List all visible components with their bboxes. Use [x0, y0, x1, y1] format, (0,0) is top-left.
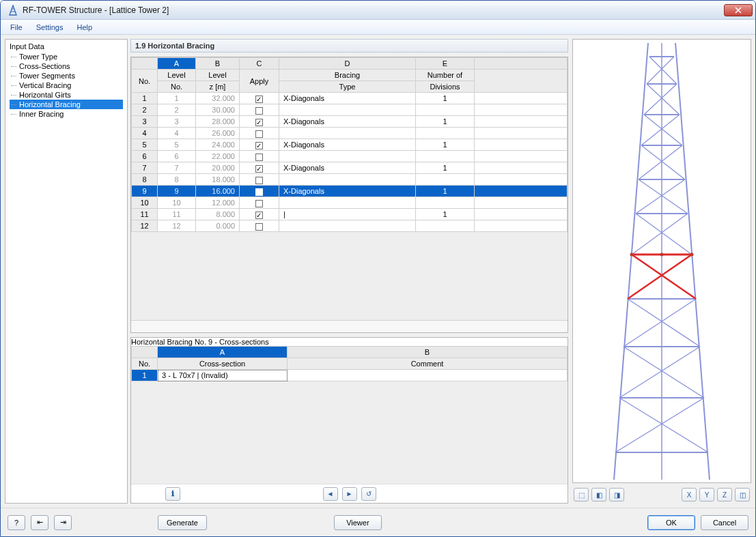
apply-checkbox[interactable]: [255, 212, 263, 219]
col-letter-a[interactable]: A: [158, 58, 196, 70]
body: Input Data Tower TypeCross-SectionsTower…: [1, 35, 755, 508]
col-no[interactable]: No.: [132, 70, 158, 93]
viewer-button[interactable]: Viewer: [334, 515, 382, 530]
title-bar[interactable]: RF-TOWER Structure - [Lattice Tower 2]: [1, 1, 755, 20]
nav-tree: Tower TypeCross-SectionsTower SegmentsVe…: [10, 52, 123, 119]
ok-button[interactable]: OK: [647, 515, 695, 530]
col-letter-b[interactable]: B: [196, 58, 240, 70]
grid-row[interactable]: 9916.000X-Diagonals1: [132, 186, 568, 197]
cancel-button[interactable]: Cancel: [701, 515, 748, 530]
view-y[interactable]: Y: [699, 488, 714, 502]
sub-nav: ℹ ◄ ► ↺: [131, 484, 568, 503]
tree-item-1[interactable]: Cross-Sections: [10, 61, 123, 71]
apply-checkbox[interactable]: [255, 177, 263, 184]
import-button[interactable]: ⇤: [31, 515, 48, 530]
close-icon: [735, 7, 742, 14]
grid-row[interactable]: 3328.000X-Diagonals1: [132, 116, 568, 128]
view-tool-1[interactable]: ⬚: [574, 488, 589, 502]
info-button[interactable]: ℹ: [165, 487, 180, 501]
col-letter-c[interactable]: C: [240, 58, 279, 70]
grid-filler: [131, 232, 568, 320]
menu-bar: File Settings Help: [1, 20, 755, 35]
tree-item-0[interactable]: Tower Type: [10, 52, 123, 61]
window-title: RF-TOWER Structure - [Lattice Tower 2]: [23, 5, 724, 15]
tree-item-2[interactable]: Tower Segments: [10, 71, 123, 81]
cross-section-table[interactable]: A B No. Cross-section Comment 1: [131, 346, 568, 381]
view-z[interactable]: Z: [717, 488, 732, 502]
grid-row[interactable]: 6622.000: [132, 151, 568, 162]
tree-item-4[interactable]: Horizontal Girts: [10, 90, 123, 100]
grid-row[interactable]: 4426.000: [132, 128, 568, 139]
menu-file[interactable]: File: [6, 22, 27, 33]
grid-row[interactable]: 2230.000: [132, 104, 568, 116]
grid-row[interactable]: 12120.000: [132, 220, 568, 232]
apply-checkbox[interactable]: [255, 119, 263, 126]
svg-point-2: [660, 252, 664, 256]
tree-item-3[interactable]: Vertical Bracing: [10, 81, 123, 90]
view-tool-3[interactable]: ◨: [609, 488, 624, 502]
view-x[interactable]: X: [682, 488, 697, 502]
cross-sections-panel: Horizontal Bracing No. 9 - Cross-section…: [130, 337, 568, 504]
cs-row[interactable]: 1 3 - L 70x7 | (Invalid): [132, 370, 568, 381]
generate-button[interactable]: Generate: [158, 515, 207, 530]
sub-title: Horizontal Bracing No. 9 - Cross-section…: [131, 338, 568, 346]
sidebar-header: Input Data: [10, 42, 123, 50]
col-letter-e[interactable]: E: [416, 58, 475, 70]
panel-title: 1.9 Horizontal Bracing: [130, 39, 568, 53]
main-grid[interactable]: A B C D E No. Level Level: [130, 57, 568, 333]
col-letter-d[interactable]: D: [279, 58, 416, 70]
prev-button[interactable]: ◄: [323, 487, 338, 501]
footer: ? ⇤ ⇥ Generate Viewer OK Cancel: [1, 508, 755, 536]
svg-point-0: [630, 252, 634, 256]
app-icon: [8, 5, 18, 16]
tower-graphic: [573, 43, 751, 480]
close-button[interactable]: [724, 4, 753, 16]
export-button[interactable]: ⇥: [54, 515, 72, 530]
grid-row[interactable]: 8818.000: [132, 174, 568, 186]
sidebar: Input Data Tower TypeCross-SectionsTower…: [5, 39, 128, 504]
grid-row[interactable]: 7720.000X-Diagonals1: [132, 162, 568, 174]
view-tool-2[interactable]: ◧: [591, 488, 606, 502]
apply-checkbox[interactable]: [255, 200, 263, 207]
tree-item-5[interactable]: Horizontal Bracing: [10, 100, 123, 109]
grid-statusbar: [131, 320, 568, 332]
apply-checkbox[interactable]: [255, 165, 263, 173]
menu-settings[interactable]: Settings: [32, 22, 68, 33]
svg-point-1: [690, 252, 694, 256]
bracing-table[interactable]: A B C D E No. Level Level: [131, 57, 568, 232]
apply-checkbox[interactable]: [255, 223, 263, 231]
cs-cell-a[interactable]: 3 - L 70x7 | (Invalid): [158, 370, 288, 381]
apply-checkbox[interactable]: [255, 130, 263, 138]
help-button[interactable]: ?: [8, 515, 25, 530]
grid-row[interactable]: 1132.000X-Diagonals1: [132, 93, 568, 104]
apply-checkbox[interactable]: [255, 188, 263, 196]
menu-help[interactable]: Help: [72, 22, 96, 33]
viewer-toolbar: ⬚ ◧ ◨ X Y Z ◫: [572, 486, 751, 504]
apply-checkbox[interactable]: [255, 154, 263, 161]
tree-item-6[interactable]: Inner Bracing: [10, 109, 123, 119]
view-iso[interactable]: ◫: [735, 488, 750, 502]
grid-row[interactable]: 101012.000: [132, 197, 568, 209]
apply-checkbox[interactable]: [255, 107, 263, 115]
grid-row[interactable]: 5524.000X-Diagonals1: [132, 139, 568, 151]
grid-row[interactable]: 11118.000|1: [132, 209, 568, 220]
center-column: 1.9 Horizontal Bracing A B C D E: [130, 39, 568, 504]
reset-button[interactable]: ↺: [361, 487, 376, 501]
app-window: RF-TOWER Structure - [Lattice Tower 2] F…: [0, 0, 756, 537]
viewer-3d[interactable]: [572, 39, 751, 483]
main: 1.9 Horizontal Bracing A B C D E: [130, 39, 751, 504]
viewer-column: ⬚ ◧ ◨ X Y Z ◫: [572, 39, 751, 504]
cs-cell-b[interactable]: [288, 370, 568, 381]
next-button[interactable]: ►: [342, 487, 357, 501]
apply-checkbox[interactable]: [255, 142, 263, 149]
apply-checkbox[interactable]: [255, 96, 263, 103]
